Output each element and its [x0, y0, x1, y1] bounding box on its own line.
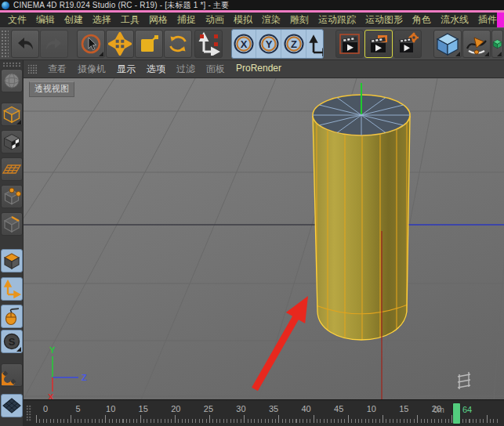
viewport-solo-button[interactable]: [1, 305, 23, 328]
edges-mode-icon: [2, 215, 21, 233]
texture-mode-button[interactable]: [1, 130, 23, 153]
ruler-tick-label: 15: [135, 404, 152, 413]
lock-x-icon: X: [232, 32, 256, 56]
points-mode-button[interactable]: [1, 185, 23, 208]
make-editable-icon: [2, 71, 21, 90]
ruler-tick-label: 30: [232, 404, 249, 413]
undo-button[interactable]: [11, 30, 39, 58]
viewport-menu-grip[interactable]: [27, 64, 38, 74]
palette-grip[interactable]: [2, 62, 21, 67]
ruler-tick-label: 5: [70, 404, 87, 413]
cinema4d-logo-icon: [2, 2, 9, 9]
render-to-picture-viewer-button[interactable]: [364, 30, 393, 58]
title-bar: CINEMA 4D R19.024 Studio (RC - R19) - [未…: [0, 0, 504, 10]
menu-item[interactable]: 角色: [408, 13, 436, 27]
coordinate-system-button[interactable]: [194, 30, 223, 58]
generators-cube-icon: [492, 31, 502, 56]
menu-item[interactable]: 运动跟踪: [314, 13, 361, 27]
enable-axis-icon: [2, 280, 21, 298]
ruler-tick-label: 10: [102, 404, 119, 413]
model-mode-button[interactable]: [1, 103, 23, 126]
ruler-tick-label: 40: [298, 404, 315, 413]
enable-snap-button[interactable]: [1, 363, 23, 387]
gizmo-x-label: X: [48, 392, 54, 399]
snap-settings-button[interactable]: S: [1, 330, 23, 353]
viewport-menu-item[interactable]: 显示: [111, 63, 141, 76]
window-title: CINEMA 4D R19.024 Studio (RC - R19) - [未…: [13, 0, 229, 10]
move-button[interactable]: [106, 30, 134, 58]
render-to-picture-viewer-icon: [367, 32, 390, 56]
menu-item[interactable]: 流水线: [436, 13, 473, 27]
menu-item[interactable]: 渲染: [257, 13, 285, 27]
timeline-grip[interactable]: [26, 405, 32, 422]
rotate-button[interactable]: [164, 30, 192, 58]
edit-render-settings-button[interactable]: [393, 30, 422, 58]
menu-item[interactable]: 文件: [3, 13, 31, 27]
make-editable-button[interactable]: [1, 69, 23, 92]
menu-item[interactable]: 雕刻: [285, 13, 314, 27]
coordinate-axes-button[interactable]: [307, 30, 324, 58]
scale-figure-icon: [458, 372, 470, 389]
ruler-tick-label: 35: [265, 404, 282, 413]
lock-y-icon: Y: [257, 32, 281, 56]
perspective-viewport[interactable]: 透视视图: [24, 78, 504, 399]
cylinder-object[interactable]: [313, 95, 410, 341]
ruler-tick-label: 25: [200, 404, 217, 413]
svg-text:Z: Z: [291, 38, 297, 50]
menu-item[interactable]: 捕捉: [172, 13, 201, 27]
spline-pen-icon: [464, 31, 489, 56]
toolbar-grip[interactable]: [1, 30, 9, 58]
spline-pen-button[interactable]: [462, 30, 491, 58]
enable-axis-button[interactable]: [1, 277, 23, 301]
redo-button[interactable]: [40, 30, 68, 58]
menu-item[interactable]: 编辑: [31, 13, 60, 27]
svg-text:Y: Y: [265, 38, 272, 50]
move-icon: [108, 32, 132, 56]
primitive-cube-icon: [435, 31, 460, 56]
workplane-grid-button[interactable]: [1, 394, 23, 417]
menu-item[interactable]: 创建: [60, 13, 88, 27]
viewport-menu-item[interactable]: 过滤: [171, 63, 201, 76]
coordinate-system-icon: [197, 32, 220, 56]
menu-item[interactable]: 动画: [201, 13, 229, 27]
scale-button[interactable]: [135, 30, 163, 58]
viewport-menu-item[interactable]: 面板: [201, 63, 230, 76]
menu-bar: 文件 编辑 创建 选择 工具 网格 捕捉 动画 模拟 渲染 雕刻 运动跟踪 运动…: [0, 13, 504, 27]
current-frame-marker[interactable]: [453, 403, 460, 424]
menu-item[interactable]: 工具: [116, 13, 144, 27]
menu-item[interactable]: 模拟: [229, 13, 257, 27]
lock-y-button[interactable]: Y: [257, 30, 281, 58]
lock-z-button[interactable]: Z: [282, 30, 306, 58]
magnet-icon: [2, 365, 22, 385]
menu-item[interactable]: 运动图形: [361, 13, 408, 27]
workplane-mode-icon: [2, 159, 22, 179]
edges-mode-button[interactable]: [1, 212, 23, 236]
viewport-menu-item[interactable]: 查看: [42, 63, 72, 76]
generators-button[interactable]: [491, 30, 503, 58]
rotate-icon: [166, 32, 190, 56]
menu-item[interactable]: 网格: [144, 13, 172, 27]
primitive-objects-button[interactable]: [433, 30, 462, 58]
mouse-icon: [2, 307, 21, 326]
render-view-icon: [338, 32, 361, 56]
timeline-ruler[interactable]: 0 5 10 15 20 25 30 35 40 45 10 15: [24, 399, 504, 426]
workplane-mode-button[interactable]: [1, 157, 23, 181]
gizmo-y-label: Y: [49, 345, 56, 355]
ruler-numbers: 0 5 10 15 20 25 30 35 40 45 10 15: [37, 404, 445, 413]
polygons-mode-icon: [2, 251, 21, 270]
main-toolbar: X Y Z: [0, 27, 504, 60]
lock-x-button[interactable]: X: [232, 30, 256, 58]
ruler-tick-label: 0: [37, 404, 54, 413]
menu-item[interactable]: 选择: [88, 13, 116, 27]
viewport-menu-item[interactable]: 摄像机: [72, 63, 111, 76]
live-selection-button[interactable]: [77, 30, 105, 58]
lock-z-icon: Z: [282, 32, 306, 56]
viewport-menu-item[interactable]: 选项: [141, 63, 171, 76]
view-label: 透视视图: [29, 81, 74, 97]
polygons-mode-button[interactable]: [1, 249, 23, 273]
viewport-menu-item[interactable]: ProRender: [230, 63, 287, 76]
render-view-button[interactable]: [335, 30, 364, 58]
viewport-canvas: Y Z X: [24, 78, 504, 399]
magenta-edge-artifact: [497, 13, 504, 27]
workplane-grid-icon: [2, 395, 22, 416]
